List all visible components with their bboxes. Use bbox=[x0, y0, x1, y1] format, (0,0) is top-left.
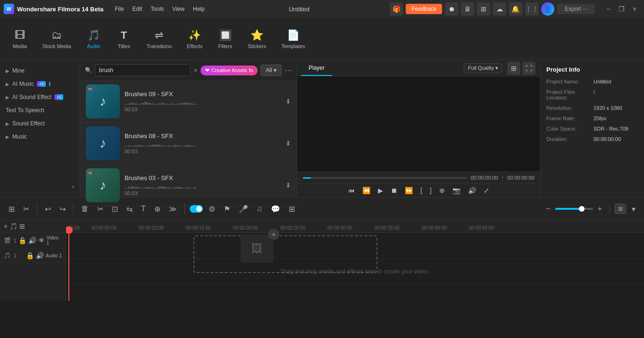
mark-in-button[interactable]: [ bbox=[418, 186, 424, 195]
playback-progress-bar[interactable] bbox=[303, 177, 467, 179]
export-button[interactable]: Export ··· bbox=[557, 4, 595, 14]
more-options-button[interactable]: ⋯ bbox=[284, 66, 292, 75]
gift-icon[interactable]: 🎁 bbox=[390, 2, 403, 16]
lock-video-button[interactable]: 🔒 bbox=[18, 237, 26, 244]
result-item-brushes03[interactable]: ❤ ♪ Brushes 03 - SFX ▁▃▄▃▂▁▂▃▂▁▃▄▃▂▁▂▃▂▁… bbox=[80, 165, 297, 206]
download-btn-brushes03[interactable]: ⬇ bbox=[285, 181, 291, 189]
transform-button[interactable]: ⊕ bbox=[151, 203, 163, 215]
menu-view[interactable]: View bbox=[168, 4, 188, 14]
grid-view-button[interactable]: ⊞ bbox=[615, 204, 626, 214]
zoom-out-button[interactable]: − bbox=[543, 203, 553, 215]
toolbar-effects[interactable]: ✨ Effects bbox=[180, 25, 209, 53]
menu-help[interactable]: Help bbox=[189, 4, 209, 14]
sidebar-item-music[interactable]: ▶ Music bbox=[0, 130, 80, 143]
zoom-in-button[interactable]: + bbox=[595, 203, 605, 215]
toolbar-audio[interactable]: 🎵 Audio bbox=[80, 25, 108, 53]
add-video-track-button[interactable]: + bbox=[4, 223, 8, 230]
stop-button[interactable]: ⏹ bbox=[389, 186, 399, 195]
quality-chevron: ▾ bbox=[495, 65, 498, 71]
fullscreen-icon[interactable]: ⛶ bbox=[522, 62, 535, 75]
mute-video-button[interactable]: 🔊 bbox=[28, 237, 36, 244]
toolbar-stickers[interactable]: ⭐ Stickers bbox=[241, 25, 273, 53]
cut-button[interactable]: ✂ bbox=[94, 203, 106, 215]
result-item-brushes08[interactable]: ♪ Brushes 08 - SFX ▁▂▁▂▃▂▁▂▃▄▃▂▁▂▁▃▂▁▂▃▂… bbox=[80, 123, 297, 165]
results-list: ❤ ♪ Brushes 09 - SFX ▁▂▃▂▁▃▅▃▂▁▂▃▂▁▂▁▂▃▄… bbox=[80, 81, 297, 206]
download-btn-brushes09[interactable]: ⬇ bbox=[285, 98, 291, 105]
collapse-panel-btn[interactable]: ‹ bbox=[0, 180, 80, 193]
record-icon[interactable]: ⏺ bbox=[445, 2, 458, 16]
add-audio-track-button[interactable]: 🎵 bbox=[9, 223, 17, 230]
menu-bar: File Edit Tools View Help bbox=[111, 4, 209, 14]
mic-button[interactable]: 🎤 bbox=[236, 203, 251, 215]
crop-button[interactable]: ⊡ bbox=[109, 203, 121, 215]
result-item-brushes09[interactable]: ❤ ♪ Brushes 09 - SFX ▁▂▃▂▁▃▅▃▂▁▂▃▂▁▂▁▂▃▄… bbox=[80, 81, 297, 123]
settings-button[interactable]: ⚙ bbox=[206, 203, 218, 215]
toolbar-filters[interactable]: 🔲 Filters bbox=[211, 25, 239, 53]
play-button[interactable]: ▶ bbox=[376, 186, 385, 195]
quality-dropdown[interactable]: Full Quality ▾ bbox=[464, 63, 502, 73]
feedback-button[interactable]: Feedback bbox=[406, 4, 442, 14]
project-info-panel: Project Info Project Name: Untitled Proj… bbox=[540, 60, 644, 197]
caption-button[interactable]: T bbox=[138, 203, 149, 215]
timeline-mode-button[interactable]: ⊞ bbox=[19, 223, 25, 230]
mute-audio-button[interactable]: 🔊 bbox=[36, 252, 44, 259]
download-btn-brushes08[interactable]: ⬇ bbox=[285, 140, 291, 147]
step-forward-button[interactable]: ⏩ bbox=[403, 186, 415, 195]
minimize-button[interactable]: − bbox=[602, 3, 614, 15]
marker-button[interactable]: ⚑ bbox=[221, 203, 233, 215]
volume-button[interactable]: 🔊 bbox=[466, 186, 478, 195]
cloud-icon[interactable]: ☁ bbox=[493, 2, 506, 16]
menu-edit[interactable]: Edit bbox=[129, 4, 146, 14]
screen-icon[interactable]: 🖥 bbox=[461, 2, 474, 16]
audio-track-button[interactable]: ♫ bbox=[254, 203, 265, 215]
redo-button[interactable]: ↪ bbox=[57, 203, 68, 215]
sidebar-item-ai-music[interactable]: ▶ AI Music AI ℹ bbox=[0, 77, 80, 91]
playhead[interactable] bbox=[68, 233, 69, 301]
sidebar-item-sound-effect[interactable]: ▶ Sound Effect bbox=[0, 117, 80, 130]
hide-video-button[interactable]: 👁 bbox=[38, 237, 45, 244]
apps-icon[interactable]: ⋮⋮ bbox=[525, 2, 538, 16]
menu-file[interactable]: File bbox=[111, 4, 127, 14]
close-button[interactable]: × bbox=[629, 3, 640, 15]
ripple-button[interactable]: ✂ bbox=[20, 203, 32, 215]
toolbar-media[interactable]: 🎞 Media bbox=[6, 25, 34, 53]
add-media-button[interactable]: + bbox=[268, 229, 279, 240]
sidebar-item-ai-sound-effect[interactable]: ▶ AI Sound Effect AI bbox=[0, 91, 80, 104]
snap-button[interactable]: ⊞ bbox=[6, 203, 17, 215]
creative-assets-badge[interactable]: ❤ Creative Assets fo bbox=[201, 66, 258, 75]
split-audio-button[interactable]: ⇆ bbox=[124, 203, 135, 215]
split-view-icon[interactable]: ⊞ bbox=[507, 62, 520, 75]
search-clear-button[interactable]: × bbox=[193, 66, 197, 74]
avatar[interactable]: 👤 bbox=[541, 2, 554, 16]
maximize-button[interactable]: ❐ bbox=[616, 3, 627, 15]
toolbar-transitions[interactable]: ⇌ Transitions bbox=[140, 25, 178, 53]
sidebar-item-text-to-speech[interactable]: Text To Speech bbox=[0, 104, 80, 117]
subtitle-button[interactable]: 💬 bbox=[268, 203, 283, 215]
delete-button[interactable]: 🗑 bbox=[78, 203, 92, 215]
video-track-row[interactable]: 🖼 + bbox=[66, 233, 644, 259]
audio-track-row[interactable]: Drag and drop media and effects here to … bbox=[66, 259, 644, 285]
toolbar-templates[interactable]: 📄 Templates bbox=[275, 25, 311, 53]
more-tools-button[interactable]: ≫ bbox=[166, 203, 180, 215]
snapshot-button[interactable]: 📷 bbox=[451, 186, 462, 195]
step-back-button[interactable]: ⏪ bbox=[360, 186, 372, 195]
mark-out-button[interactable]: ] bbox=[428, 186, 434, 195]
filter-dropdown[interactable]: All ▾ bbox=[260, 65, 282, 76]
search-input[interactable] bbox=[95, 64, 191, 76]
grid-options-button[interactable]: ▾ bbox=[629, 203, 638, 215]
layout-icon[interactable]: ⊞ bbox=[477, 2, 490, 16]
toolbar-stock-media[interactable]: 🗂 Stock Media bbox=[36, 25, 78, 53]
bell-icon[interactable]: 🔔 bbox=[509, 2, 522, 16]
zoom-slider[interactable] bbox=[555, 208, 593, 210]
menu-tools[interactable]: Tools bbox=[147, 4, 167, 14]
more-ctrl-button[interactable]: ⤢ bbox=[482, 186, 491, 195]
tab-player[interactable]: Player bbox=[301, 61, 332, 76]
playback-toggle[interactable] bbox=[190, 205, 203, 213]
rewind-button[interactable]: ⏮ bbox=[346, 186, 357, 195]
toolbar-titles[interactable]: T Titles bbox=[110, 25, 138, 53]
lock-audio-button[interactable]: 🔒 bbox=[26, 252, 34, 259]
undo-button[interactable]: ↩ bbox=[42, 203, 54, 215]
pip-button[interactable]: ⊞ bbox=[286, 203, 298, 215]
sidebar-item-mine[interactable]: ▶ Mine bbox=[0, 64, 80, 77]
clip-button[interactable]: ⊕ bbox=[437, 186, 447, 195]
